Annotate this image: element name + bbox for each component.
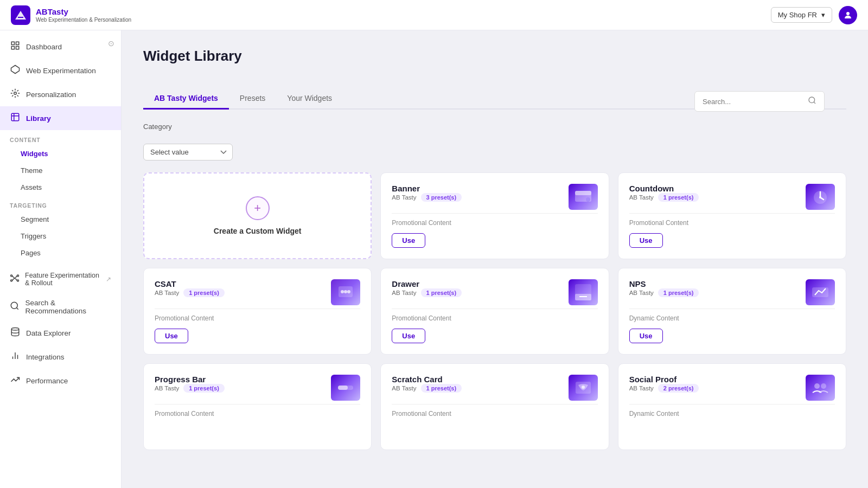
shop-selector-label: My Shop FR <box>778 11 817 19</box>
widget-progress-bar-title: Progress Bar <box>155 375 225 384</box>
sidebar-item-dashboard[interactable]: Dashboard <box>0 35 121 59</box>
integrations-icon <box>10 351 21 363</box>
shop-selector[interactable]: My Shop FR ▾ <box>771 7 832 23</box>
svg-point-13 <box>17 275 19 277</box>
filter-row: Category <box>143 123 846 131</box>
widget-progress-bar-meta: AB Tasty 1 preset(s) <box>155 384 225 393</box>
sidebar-item-feature-experimentation[interactable]: Feature Experimentation & Rollout ↗ <box>0 266 121 293</box>
widget-nps-brand: AB Tasty <box>629 290 654 296</box>
logo-text: ABTasty Web Experimentation & Personaliz… <box>36 7 131 23</box>
widget-nps-header: NPS AB Tasty 1 preset(s) <box>629 279 835 305</box>
tab-presets[interactable]: Presets <box>229 88 276 110</box>
sidebar-widgets-label: Widgets <box>21 150 48 158</box>
sidebar-assets-label: Assets <box>21 183 42 191</box>
sidebar-item-performance[interactable]: Performance <box>0 369 121 393</box>
widget-progress-bar-presets[interactable]: 1 preset(s) <box>183 384 225 393</box>
sidebar-item-pages[interactable]: Pages <box>0 245 121 261</box>
widget-countdown-meta: AB Tasty 1 preset(s) <box>629 193 699 202</box>
sidebar-integrations-label: Integrations <box>26 353 65 361</box>
tab-your-widgets[interactable]: Your Widgets <box>276 88 343 110</box>
sidebar-item-personalization[interactable]: Personalization <box>0 82 121 106</box>
svg-point-1 <box>846 12 850 15</box>
sidebar-item-web-experimentation[interactable]: Web Experimentation <box>0 59 121 82</box>
create-widget-icon: + <box>246 196 270 220</box>
widget-social-proof-title: Social Proof <box>629 375 699 384</box>
widget-drawer-brand: AB Tasty <box>392 290 416 296</box>
widget-csat-presets[interactable]: 1 preset(s) <box>183 288 225 297</box>
widget-countdown-title: Countdown <box>629 184 699 193</box>
widget-nps-presets[interactable]: 1 preset(s) <box>658 288 699 297</box>
widget-card-progress-bar: Progress Bar AB Tasty 1 preset(s) Promot… <box>143 363 372 450</box>
svg-line-18 <box>12 279 14 281</box>
sidebar-item-integrations[interactable]: Integrations <box>0 345 121 369</box>
sidebar-content-section: CONTENT <box>0 130 121 145</box>
widget-csat-brand: AB Tasty <box>155 290 179 296</box>
sidebar-item-widgets[interactable]: Widgets <box>0 145 121 162</box>
widget-social-proof-presets[interactable]: 2 preset(s) <box>658 384 699 393</box>
search-input[interactable] <box>703 98 803 106</box>
search-rec-icon <box>10 301 20 313</box>
widget-countdown-thumbnail <box>806 184 835 210</box>
widget-csat-thumbnail <box>331 279 360 305</box>
widget-drawer-title: Drawer <box>392 279 462 288</box>
widget-csat-use-btn[interactable]: Use <box>155 329 188 343</box>
widget-banner-use-btn[interactable]: Use <box>392 233 425 248</box>
svg-rect-4 <box>11 47 14 49</box>
widget-progress-bar-header: Progress Bar AB Tasty 1 preset(s) <box>155 375 360 401</box>
sidebar-web-exp-label: Web Experimentation <box>26 67 96 75</box>
svg-point-14 <box>11 280 12 281</box>
widget-social-proof-thumbnail <box>806 375 835 401</box>
create-custom-widget-card[interactable]: + Create a Custom Widget <box>143 172 372 259</box>
svg-point-31 <box>341 290 344 293</box>
data-explorer-icon <box>10 327 21 339</box>
svg-point-20 <box>11 302 17 309</box>
widget-scratch-card-title-col: Scratch Card AB Tasty 1 preset(s) <box>392 375 462 400</box>
user-icon <box>843 10 853 20</box>
sidebar-pages-label: Pages <box>21 249 41 257</box>
widget-countdown-use-btn[interactable]: Use <box>629 233 663 248</box>
logo-subtitle: Web Experimentation & Personalization <box>36 16 131 23</box>
sidebar-search-rec-label: Search & Recommendations <box>25 299 111 315</box>
svg-rect-3 <box>16 42 19 44</box>
category-label: Category <box>143 123 172 131</box>
widget-card-drawer: Drawer AB Tasty 1 preset(s) Promotional … <box>380 268 609 355</box>
widget-countdown-presets[interactable]: 1 preset(s) <box>658 193 699 202</box>
svg-line-21 <box>17 307 18 309</box>
widget-drawer-meta: AB Tasty 1 preset(s) <box>392 288 462 297</box>
widget-card-banner: Banner AB Tasty 3 preset(s) Promotional … <box>380 172 609 259</box>
widget-scratch-card-presets[interactable]: 1 preset(s) <box>421 384 462 393</box>
sidebar-item-library[interactable]: Library <box>0 106 121 130</box>
widget-drawer-use-btn[interactable]: Use <box>392 329 425 343</box>
widget-drawer-category: Promotional Content <box>392 309 597 322</box>
sidebar-item-triggers[interactable]: Triggers <box>0 228 121 245</box>
widget-countdown-category: Promotional Content <box>629 213 835 227</box>
widget-grid: + Create a Custom Widget Banner AB Tasty… <box>143 172 846 450</box>
sidebar-item-segment[interactable]: Segment <box>0 211 121 228</box>
svg-point-41 <box>582 386 585 389</box>
svg-line-17 <box>16 276 17 278</box>
logo-brand: ABTasty <box>36 7 131 16</box>
external-link-icon: ↗ <box>106 275 111 283</box>
feature-exp-icon <box>10 273 20 285</box>
widget-nps-category: Dynamic Content <box>629 309 835 322</box>
category-select[interactable]: Select value Promotional Content Dynamic… <box>143 144 233 160</box>
widget-banner-category: Promotional Content <box>392 213 597 227</box>
widget-scratch-card-category: Promotional Content <box>392 404 597 418</box>
widget-drawer-presets[interactable]: 1 preset(s) <box>421 288 462 297</box>
widget-card-csat: CSAT AB Tasty 1 preset(s) Promotional Co… <box>143 268 372 355</box>
tab-ab-tasty-widgets[interactable]: AB Tasty Widgets <box>143 88 229 110</box>
widget-drawer-title-col: Drawer AB Tasty 1 preset(s) <box>392 279 462 305</box>
sidebar-personalization-label: Personalization <box>26 91 76 99</box>
widget-scratch-card-title: Scratch Card <box>392 375 462 384</box>
sidebar-item-data-explorer[interactable]: Data Explorer <box>0 321 121 345</box>
widget-banner-presets[interactable]: 3 preset(s) <box>421 193 462 202</box>
sidebar-item-search-recommendations[interactable]: Search & Recommendations <box>0 293 121 321</box>
widget-social-proof-category: Dynamic Content <box>629 404 835 418</box>
svg-marker-6 <box>11 66 20 74</box>
sidebar-item-theme[interactable]: Theme <box>0 162 121 179</box>
widget-countdown-brand: AB Tasty <box>629 194 654 201</box>
widget-nps-thumbnail <box>806 279 835 305</box>
avatar[interactable] <box>839 6 857 24</box>
widget-nps-use-btn[interactable]: Use <box>629 329 663 343</box>
sidebar-item-assets[interactable]: Assets <box>0 179 121 196</box>
